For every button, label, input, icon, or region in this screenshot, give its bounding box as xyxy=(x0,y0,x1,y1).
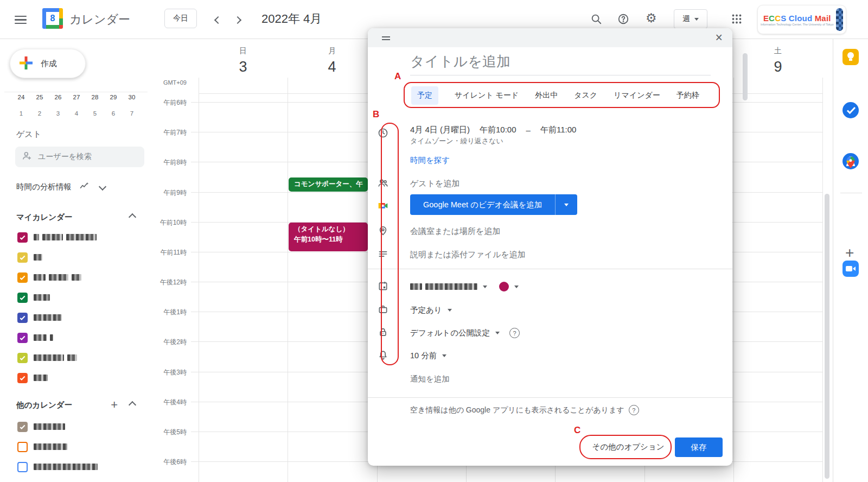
current-date-range[interactable]: 2022年 4月 xyxy=(261,11,322,27)
event-date[interactable]: 4月 4日 (月曜日) xyxy=(410,125,470,135)
tab-option[interactable]: 予約枠 xyxy=(676,91,699,100)
mini-calendar-day[interactable]: 30 xyxy=(123,89,141,105)
mini-calendar-day[interactable]: 25 xyxy=(30,89,49,105)
tab-option[interactable]: サイレント モード xyxy=(455,91,519,100)
help-icon[interactable] xyxy=(617,13,629,27)
mini-calendar-day[interactable]: 1 xyxy=(12,105,30,122)
mini-calendar-day[interactable]: 4 xyxy=(67,105,86,122)
other-calendars-header[interactable]: 他のカレンダー + xyxy=(0,398,152,411)
calendar-checkbox[interactable] xyxy=(17,462,28,472)
calendar-list-item[interactable] xyxy=(0,349,152,366)
maps-icon[interactable] xyxy=(844,155,860,172)
calendar-checkbox[interactable] xyxy=(17,293,28,303)
gear-icon[interactable]: ⚙ xyxy=(646,12,657,24)
calendar-list-item[interactable] xyxy=(0,438,152,455)
prev-week-icon[interactable] xyxy=(215,15,221,25)
view-selector-dropdown[interactable]: 週 xyxy=(674,9,707,29)
calendar-checkbox[interactable] xyxy=(17,232,28,243)
keep-icon[interactable] xyxy=(843,49,859,65)
mini-calendar-day[interactable]: 7 xyxy=(123,105,141,122)
add-location-field[interactable]: 会議室または場所を追加 xyxy=(410,226,500,237)
event-color-dot[interactable] xyxy=(499,282,509,291)
mini-calendar-day[interactable]: 3 xyxy=(49,105,67,122)
mini-calendar-day[interactable]: 28 xyxy=(86,89,104,105)
mini-calendar-day[interactable]: 6 xyxy=(104,105,123,122)
guest-search-input[interactable]: ユーザーを検索 xyxy=(15,147,144,167)
calendar-checkbox[interactable] xyxy=(17,272,28,283)
calendar-list-item[interactable] xyxy=(0,329,152,346)
calendar-list-item[interactable] xyxy=(0,229,152,246)
today-button[interactable]: 今日 xyxy=(164,9,197,28)
search-icon[interactable] xyxy=(590,13,602,27)
mini-calendar-day[interactable]: 26 xyxy=(49,89,67,105)
mini-calendar-day[interactable]: 29 xyxy=(104,89,123,105)
tasks-icon[interactable] xyxy=(843,102,859,118)
zoom-icon[interactable] xyxy=(843,261,859,277)
calendar-checkbox[interactable] xyxy=(17,252,28,263)
next-week-icon[interactable] xyxy=(235,15,240,25)
day-number[interactable]: 3 xyxy=(227,59,259,75)
mini-calendar-day[interactable]: 27 xyxy=(67,89,86,105)
tab-option[interactable]: タスク xyxy=(574,91,597,100)
calendar-event[interactable]: コモンサポーター、午 xyxy=(289,177,368,192)
add-description-field[interactable]: 説明または添付ファイルを追加 xyxy=(410,250,526,260)
add-notification-link[interactable]: 通知を追加 xyxy=(410,374,450,384)
calendar-list-item[interactable] xyxy=(0,458,152,475)
more-options-button[interactable]: その他のオプション xyxy=(585,442,672,452)
hamburger-menu-icon[interactable] xyxy=(15,14,27,26)
tab-selected[interactable]: 予定 xyxy=(411,86,438,105)
avatar[interactable] xyxy=(836,8,843,31)
timezone-recurrence-row[interactable]: タイムゾーン・繰り返さない xyxy=(410,136,503,146)
help-circle-icon[interactable]: ? xyxy=(509,328,520,338)
save-button[interactable]: 保存 xyxy=(675,437,723,457)
calendar-checkbox[interactable] xyxy=(17,353,28,363)
calendar-list-item[interactable] xyxy=(0,269,152,286)
google-meet-button[interactable]: Google Meet のビデオ会議を追加 xyxy=(410,194,577,215)
tab-option[interactable]: 外出中 xyxy=(535,91,558,100)
calendar-checkbox[interactable] xyxy=(17,442,28,452)
event-end-time[interactable]: 午前11:00 xyxy=(540,125,576,135)
chevron-up-icon[interactable] xyxy=(129,213,136,221)
datetime-row[interactable]: 4月 4日 (月曜日) 午前10:00 – 午前11:00 xyxy=(410,125,576,135)
insights-row[interactable]: 時間の分析情報 xyxy=(0,180,152,193)
calendar-list-item[interactable] xyxy=(0,369,152,386)
notification-dropdown[interactable]: 10 分前 xyxy=(410,351,446,361)
calendar-checkbox[interactable] xyxy=(17,333,28,343)
scrollbar-thumb[interactable] xyxy=(825,194,829,479)
busy-status-dropdown[interactable]: 予定あり xyxy=(410,305,452,315)
calendar-list-item[interactable] xyxy=(0,309,152,326)
google-meet-button-label[interactable]: Google Meet のビデオ会議を追加 xyxy=(410,194,555,215)
calendar-list-item[interactable] xyxy=(0,249,152,266)
event-title-input[interactable]: タイトルを追加 xyxy=(410,52,510,71)
help-circle-icon[interactable]: ? xyxy=(629,405,639,415)
add-guests-field[interactable]: ゲストを追加 xyxy=(410,179,459,189)
close-icon[interactable]: × xyxy=(716,29,723,46)
calendar-list-item[interactable] xyxy=(0,418,152,435)
calendar-list-item[interactable] xyxy=(0,289,152,306)
calendar-checkbox[interactable] xyxy=(17,373,28,383)
tab-option[interactable]: リマインダー xyxy=(614,91,660,100)
calendar-checkbox[interactable] xyxy=(17,422,28,432)
caret-down-icon[interactable] xyxy=(514,286,519,288)
my-calendars-header[interactable]: マイカレンダー xyxy=(0,211,152,224)
event-start-time[interactable]: 午前10:00 xyxy=(480,125,516,135)
apps-grid-icon[interactable] xyxy=(731,14,742,27)
calendar-checkbox[interactable] xyxy=(17,313,28,323)
create-button[interactable]: 作成 xyxy=(10,49,86,78)
mini-calendar-day[interactable]: 5 xyxy=(86,105,104,122)
find-time-link[interactable]: 時間を探す xyxy=(410,155,450,166)
mini-calendar-day[interactable]: 2 xyxy=(30,105,49,122)
scrollbar-thumb-secondary[interactable] xyxy=(743,53,748,100)
dialog-drag-bar[interactable]: × xyxy=(368,28,732,47)
day-number[interactable]: 9 xyxy=(762,59,794,75)
caret-down-icon[interactable] xyxy=(483,286,487,288)
calendar-select-row[interactable] xyxy=(410,282,519,291)
drag-handle-icon[interactable] xyxy=(382,35,390,42)
add-calendar-icon[interactable]: + xyxy=(111,398,118,412)
chevron-down-icon[interactable] xyxy=(99,183,106,191)
calendar-logo-icon[interactable]: 8 xyxy=(42,8,63,29)
mini-calendar-day[interactable]: 24 xyxy=(12,89,30,105)
plus-icon[interactable]: + xyxy=(845,244,854,262)
google-meet-dropdown[interactable] xyxy=(555,194,577,215)
account-badge[interactable]: ECCS Cloud Mail Information Technology C… xyxy=(757,5,846,34)
